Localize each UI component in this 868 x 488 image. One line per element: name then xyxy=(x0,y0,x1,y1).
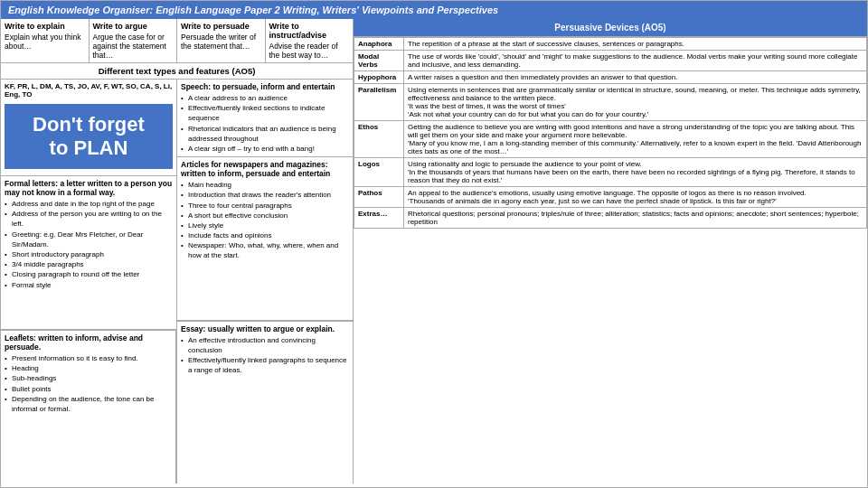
speech-section: Speech: to persuade, inform and entertai… xyxy=(177,80,353,157)
def-pathos: An appeal to the audience's emotions, us… xyxy=(404,187,867,208)
articles-bullet-6: Include facts and opinions xyxy=(188,230,349,240)
term-extras: Extras… xyxy=(354,208,404,229)
essay-title: Essay: usually written to argue or expla… xyxy=(181,324,349,333)
formal-bullet-5: 3/4 middle paragraphs xyxy=(12,259,173,269)
formal-bullet-2: Address of the person you are writing to… xyxy=(12,209,173,229)
def-logos: Using rationality and logic to persuade … xyxy=(404,158,867,187)
articles-bullet-3: Three to four central paragraphs xyxy=(188,201,349,211)
persuasive-devices-header: Persuasive Devices (AO5) xyxy=(354,19,867,37)
formal-bullet-1: Address and date in the top right of the… xyxy=(12,199,173,209)
term-modal-verbs: Modal Verbs xyxy=(354,51,404,71)
header-title: English Knowledge Organiser: English Lan… xyxy=(8,5,320,15)
leaflets-bullet-5: Depending on the audience, the tone can … xyxy=(12,394,172,414)
speech-list: A clear address to an audience Effective… xyxy=(181,93,349,154)
header-title-italic: Writers' Viewpoints and Perspectives xyxy=(320,5,499,15)
page-header: English Knowledge Organiser: English Lan… xyxy=(1,1,867,19)
kf-row: KF, PR, L, DM, A, TS, JO, AV, F, WT, SO,… xyxy=(1,80,176,176)
formal-letters-list: Address and date in the top right of the… xyxy=(5,199,173,290)
def-anaphora: The repetition of a phrase at the start … xyxy=(404,38,867,51)
formal-letters-section: Formal letters: a letter written to a pe… xyxy=(1,176,176,330)
write-to-instruct: Write to instruct/advise Advise the read… xyxy=(266,19,354,62)
term-pathos: Pathos xyxy=(354,187,404,208)
write-to-explain-title: Write to explain xyxy=(5,22,85,31)
articles-bullet-2: Introduction that draws the reader's att… xyxy=(188,190,349,200)
page-wrapper: English Knowledge Organiser: English Lan… xyxy=(0,0,868,488)
formal-bullet-4: Short introductory paragraph xyxy=(12,249,173,259)
essay-list: An effective introduction and convincing… xyxy=(181,335,349,376)
formal-letters-title-bold: Formal letters: xyxy=(5,179,58,188)
write-to-explain-body: Explain what you think about… xyxy=(5,33,85,51)
speech-bullet-1: A clear address to an audience xyxy=(188,93,349,103)
articles-title-bold: Articles for newspapers and magazines: xyxy=(181,160,328,169)
write-to-persuade-body: Persuade the writer of the statement tha… xyxy=(181,33,261,51)
table-row: Modal Verbs The use of words like 'could… xyxy=(354,51,867,71)
term-logos: Logos xyxy=(354,158,404,187)
right-panel: Persuasive Devices (AO5) Anaphora The re… xyxy=(354,19,867,483)
plan-box: Don't forgetto PLAN xyxy=(5,104,173,169)
speech-title-rest: to persuade, inform and entertain xyxy=(211,82,335,91)
speech-bullet-3: Rhetorical indicators that an audience i… xyxy=(188,124,349,144)
write-to-instruct-title: Write to instruct/advise xyxy=(269,22,350,40)
write-to-argue: Write to argue Argue the case for or aga… xyxy=(90,19,178,62)
essay-bullet-1: An effective introduction and convincing… xyxy=(188,335,349,355)
essay-title-rest: usually written to argue or explain. xyxy=(205,324,335,333)
speech-bullet-2: Effective/fluently linked sections to in… xyxy=(188,103,349,123)
leaflets-bullet-1: Present information so it is easy to fin… xyxy=(12,353,172,363)
write-to-argue-title: Write to argue xyxy=(93,22,174,31)
leaflets-list: Present information so it is easy to fin… xyxy=(5,353,172,414)
term-ethos: Ethos xyxy=(354,121,404,158)
articles-list: Main heading Introduction that draws the… xyxy=(181,180,349,261)
articles-bullet-7: Newspaper: Who, what, why, where, when a… xyxy=(188,240,349,260)
leaflets-bullet-2: Heading xyxy=(12,363,172,373)
articles-title: Articles for newspapers and magazines: w… xyxy=(181,160,349,178)
table-row: Hypophora A writer raises a question and… xyxy=(354,71,867,84)
text-types-right: Speech: to persuade, inform and entertai… xyxy=(177,80,353,483)
speech-bullet-4: A clear sign off – try to end with a ban… xyxy=(188,144,349,154)
def-parallelism: Using elements in sentences that are gra… xyxy=(404,84,867,121)
articles-bullet-1: Main heading xyxy=(188,180,349,190)
table-row: Ethos Getting the audience to believe yo… xyxy=(354,121,867,158)
def-hypophora: A writer raises a question and then imme… xyxy=(404,71,867,84)
term-hypophora: Hypophora xyxy=(354,71,404,84)
leaflets-title: Leaflets: written to inform, advise and … xyxy=(5,333,172,352)
articles-bullet-4: A short but effective conclusion xyxy=(188,211,349,221)
speech-title: Speech: to persuade, inform and entertai… xyxy=(181,82,349,91)
write-to-persuade-title: Write to persuade xyxy=(181,22,261,31)
main-content: Write to explain Explain what you think … xyxy=(1,19,867,483)
persuasive-devices-table: Anaphora The repetition of a phrase at t… xyxy=(354,37,867,229)
articles-bullet-5: Lively style xyxy=(188,221,349,230)
left-panel: Write to explain Explain what you think … xyxy=(1,19,354,483)
term-parallelism: Parallelism xyxy=(354,84,404,121)
formal-bullet-3: Greeting: e.g. Dear Mrs Fletcher, or Dea… xyxy=(12,230,173,249)
leaflets-bullet-3: Sub-headings xyxy=(12,373,172,383)
write-to-explain: Write to explain Explain what you think … xyxy=(1,19,90,62)
write-to-row: Write to explain Explain what you think … xyxy=(1,19,353,63)
formal-bullet-7: Formal style xyxy=(12,280,173,290)
def-extras: Rhetorical questions; personal pronouns;… xyxy=(404,208,867,229)
def-ethos: Getting the audience to believe you are … xyxy=(404,121,867,158)
write-to-instruct-body: Advise the reader of the best way to… xyxy=(269,42,350,60)
leaflets-title-bold: Leaflets: xyxy=(5,333,36,343)
table-row: Parallelism Using elements in sentences … xyxy=(354,84,867,121)
leaflets-section: Leaflets: written to inform, advise and … xyxy=(1,330,176,483)
essay-bullet-2: Effectively/fluently linked paragraphs t… xyxy=(188,355,349,375)
table-row: Extras… Rhetorical questions; personal p… xyxy=(354,208,867,229)
table-row: Anaphora The repetition of a phrase at t… xyxy=(354,38,867,51)
kf-labels: KF, PR, L, DM, A, TS, JO, AV, F, WT, SO,… xyxy=(5,82,173,99)
text-types-left: KF, PR, L, DM, A, TS, JO, AV, F, WT, SO,… xyxy=(1,80,177,483)
write-to-persuade: Write to persuade Persuade the writer of… xyxy=(177,19,266,62)
speech-title-bold: Speech: xyxy=(181,82,211,91)
formal-letters-title: Formal letters: a letter written to a pe… xyxy=(5,179,173,197)
write-to-argue-body: Argue the case for or against the statem… xyxy=(93,33,174,60)
different-text-header: Different text types and features (AO5) xyxy=(1,63,353,80)
def-modal-verbs: The use of words like 'could', 'should' … xyxy=(404,51,867,71)
formal-bullet-6: Closing paragraph to round off the lette… xyxy=(12,269,173,279)
table-row: Logos Using rationality and logic to per… xyxy=(354,158,867,187)
text-types-grid: KF, PR, L, DM, A, TS, JO, AV, F, WT, SO,… xyxy=(1,80,353,483)
table-row: Pathos An appeal to the audience's emoti… xyxy=(354,187,867,208)
essay-section: Essay: usually written to argue or expla… xyxy=(177,321,353,483)
term-anaphora: Anaphora xyxy=(354,38,404,51)
leaflets-bullet-4: Bullet points xyxy=(12,384,172,394)
articles-section: Articles for newspapers and magazines: w… xyxy=(177,157,353,320)
essay-title-bold: Essay: xyxy=(181,324,205,333)
